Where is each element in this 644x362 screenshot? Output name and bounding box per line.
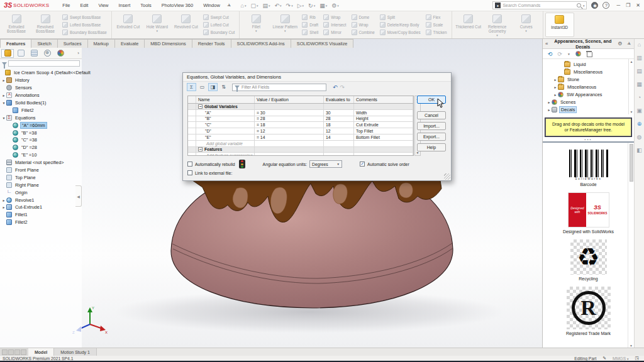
expand-arrow-icon[interactable]: [1, 101, 6, 105]
tree-item[interactable]: Equations: [0, 114, 82, 121]
table-row[interactable]: −Add feature suppression: [188, 153, 413, 156]
ribbon-button[interactable]: Revolved Cut ▾: [172, 13, 201, 37]
ribbon-button[interactable]: Rib: [301, 14, 319, 20]
ribbon-button[interactable]: Lofted Boss/Base: [61, 22, 108, 28]
menu-item[interactable]: File: [58, 1, 74, 9]
gear-icon[interactable]: ⚙: [618, 41, 622, 47]
quick-access-button[interactable]: ↻ ▾: [306, 2, 317, 9]
expand-arrow-icon[interactable]: [1, 93, 6, 97]
chevron-down-icon[interactable]: ▼: [567, 52, 570, 56]
ribbon-button[interactable]: Reference Geometry ▾: [483, 13, 512, 37]
table-row[interactable]: −"B" = 28 28 Height: [188, 116, 413, 123]
tree-item[interactable]: Stone: [544, 75, 634, 83]
quick-access-button[interactable]: ▦ ▾: [318, 2, 329, 9]
ribbon-button[interactable]: Swept Cut: [202, 14, 236, 20]
tree-item[interactable]: Decals: [544, 106, 634, 113]
search-commands-box[interactable]: ▸ Search Commands ▾: [492, 1, 587, 9]
ribbon-button[interactable]: Thickened Cut ▾: [454, 13, 483, 37]
panel-flyout-icon[interactable]: ›: [77, 50, 80, 56]
ribbon-button[interactable]: Split: [379, 14, 422, 20]
expand-arrow-icon[interactable]: [553, 92, 558, 97]
ribbon-button[interactable]: Wrap: [350, 22, 376, 28]
table-row[interactable]: −"A" = 30 30 Width: [188, 110, 413, 116]
window-control-button[interactable]: ─: [616, 3, 620, 8]
tree-item[interactable]: SW Appearances: [544, 90, 634, 98]
tree-item[interactable]: Cut-Extrude1: [0, 204, 82, 211]
expand-arrow-icon[interactable]: [1, 78, 6, 82]
menu-item[interactable]: Tools: [136, 1, 156, 9]
pin-icon[interactable]: ➤: [626, 40, 633, 47]
table-row[interactable]: −Add global variable: [188, 141, 413, 147]
back-icon[interactable]: ⟲: [548, 51, 553, 57]
units-selector[interactable]: MMGS ▾: [613, 356, 629, 361]
tree-item[interactable]: "B" =38: [0, 129, 82, 136]
dialog-view-button[interactable]: [197, 83, 207, 91]
tree-item[interactable]: "E" =10: [0, 151, 82, 159]
dialog-view-button[interactable]: [187, 83, 196, 91]
command-tab[interactable]: Render Tools: [192, 39, 231, 48]
model-tab[interactable]: Model: [28, 348, 54, 356]
tree-item[interactable]: Sensors: [0, 84, 82, 92]
tree-item[interactable]: "C" =38: [0, 136, 82, 144]
table-row[interactable]: −Global Variables: [188, 104, 413, 110]
task-pane-tab-icon[interactable]: ▤: [636, 68, 642, 74]
auto-solve-checkbox[interactable]: ✓: [360, 162, 365, 167]
quick-access-button[interactable]: ⌂ ▾: [239, 2, 248, 9]
window-control-button[interactable]: ✕: [636, 3, 640, 8]
task-pane-tab-icon[interactable]: ◔: [638, 94, 641, 101]
task-pane-tab-icon[interactable]: ▥: [636, 55, 642, 61]
traffic-light-icon[interactable]: [239, 160, 245, 168]
ribbon-button[interactable]: Linear Pattern ▾: [270, 13, 299, 37]
command-tab[interactable]: MBD Dimensions: [144, 39, 192, 48]
tab-configurationmanager[interactable]: [28, 49, 40, 58]
expand-arrow-icon[interactable]: [1, 116, 6, 120]
user-account-icon[interactable]: ◉: [591, 2, 598, 9]
tree-item[interactable]: Fillet2: [0, 219, 82, 226]
tree-item[interactable]: "D" =28: [0, 144, 82, 151]
ribbon-button[interactable]: Revolved Boss/Base ▾: [31, 13, 60, 37]
ribbon-button[interactable]: Move/Copy Bodies: [379, 30, 422, 35]
tab-nav-buttons[interactable]: [0, 348, 28, 356]
decal-item[interactable]: ♻ ♻ Recycling: [543, 239, 634, 281]
expand-arrow-icon[interactable]: [1, 205, 6, 209]
dialog-view-button[interactable]: [219, 83, 228, 91]
link-external-checkbox[interactable]: [187, 170, 192, 175]
help-icon[interactable]: ?: [602, 2, 609, 9]
tree-filter-input[interactable]: [8, 60, 80, 67]
quick-access-button[interactable]: ▢ ▾: [248, 2, 260, 9]
auto-rebuild-checkbox[interactable]: [187, 162, 192, 167]
table-row[interactable]: −Features: [188, 147, 413, 153]
ribbon-button[interactable]: Fillet ▾: [242, 13, 270, 37]
tab-dimxpert[interactable]: [41, 49, 53, 58]
expand-arrow-icon[interactable]: [553, 85, 558, 89]
expand-arrow-icon[interactable]: [547, 100, 552, 104]
tree-item[interactable]: Origin: [0, 189, 82, 196]
ribbon-button[interactable]: Delete/Keep Body: [379, 22, 422, 28]
dialog-filter-box[interactable]: Filter All Fields: [232, 84, 326, 91]
task-pane-tab-icon[interactable]: ⊕: [637, 121, 642, 127]
ribbon-button[interactable]: Lofted Cut: [202, 22, 236, 28]
angular-units-dropdown[interactable]: Degrees▼: [309, 160, 342, 168]
ribbon-button[interactable]: Extruded Boss/Base ▾: [2, 13, 31, 37]
ribbon-button[interactable]: Intersect: [322, 22, 347, 28]
task-pane-tab-icon[interactable]: ◍: [637, 134, 642, 140]
tree-item[interactable]: Fillet2: [0, 106, 82, 114]
ribbon-button[interactable]: Draft: [301, 22, 319, 28]
tab-featuremanager[interactable]: [1, 49, 14, 58]
tree-item[interactable]: "A" =60mm: [0, 121, 82, 129]
ribbon-button[interactable]: Boundary Boss/Base: [61, 30, 108, 35]
tree-item[interactable]: Material <not specified>: [0, 159, 82, 167]
menu-item[interactable]: Insert: [114, 1, 135, 9]
ribbon-button[interactable]: Dome: [350, 14, 376, 20]
command-tab[interactable]: Surfaces: [57, 39, 88, 48]
dialog-button[interactable]: Cancel: [417, 111, 446, 119]
menu-item[interactable]: PhotoView 360: [157, 1, 197, 9]
ribbon-button[interactable]: Combine: [350, 30, 376, 35]
tree-root[interactable]: Ice Cream Scoop 4 (Default<<Default: [0, 69, 82, 77]
menu-item[interactable]: Window: [199, 1, 225, 9]
ribbon-button[interactable]: Curves ▾: [512, 13, 541, 37]
pin-menu-icon[interactable]: ➤: [226, 2, 233, 9]
search-icon[interactable]: [577, 3, 581, 8]
expand-arrow-icon[interactable]: [553, 77, 558, 82]
dialog-view-button[interactable]: [208, 83, 218, 91]
